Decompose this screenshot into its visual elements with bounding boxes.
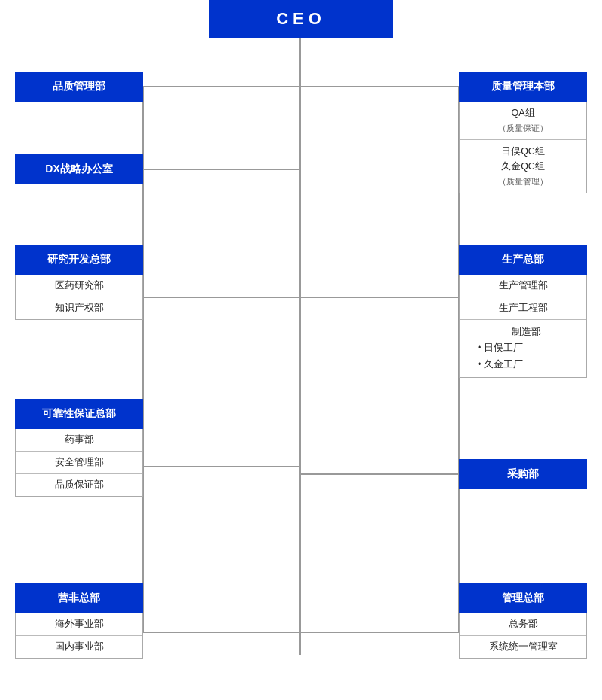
sub-item-pinzhibaoz: 品质保证部	[16, 474, 142, 496]
dept-zhiliang: 质量管理本部 QA组（质量保证） 日俣QC组久金QC组（质量管理）	[459, 72, 587, 193]
sub-item-haiwai: 海外事业部	[16, 613, 142, 636]
dept-caigou-header: 采购部	[459, 459, 587, 489]
dept-pinzhi-header: 品质管理部	[15, 72, 143, 102]
dept-pinzhi: 品质管理部	[15, 72, 143, 102]
sub-item-guonei: 国内事业部	[16, 636, 142, 658]
dept-guanli-subs: 总务部 系统统一管理室	[459, 613, 587, 659]
dept-caigou-label: 采购部	[507, 467, 539, 481]
dept-caigou: 采购部	[459, 459, 587, 489]
dept-yanjiu-subs: 医药研究部 知识产权部	[15, 275, 143, 320]
dept-shengchan-header: 生产总部	[459, 245, 587, 275]
dept-kekaoxing-subs: 药事部 安全管理部 品质保证部	[15, 429, 143, 497]
dept-yanjiu-label: 研究开发总部	[47, 253, 111, 266]
dept-zhiliang-header: 质量管理本部	[459, 72, 587, 102]
sub-item-xitong: 系统统一管理室	[460, 636, 586, 658]
sub-item-yiyao: 医药研究部	[16, 275, 142, 297]
dept-zhiliang-label: 质量管理本部	[491, 80, 555, 93]
sub-item-qc: 日俣QC组久金QC组（质量管理）	[460, 140, 586, 193]
sub-item-qa: QA组（质量保证）	[460, 102, 586, 140]
dept-dx-header: DX战略办公室	[15, 154, 143, 184]
dept-dx-label: DX战略办公室	[45, 163, 112, 176]
dept-yingfei: 营非总部 海外事业部 国内事业部	[15, 583, 143, 659]
dept-yanjiu-header: 研究开发总部	[15, 245, 143, 275]
dept-shengchan: 生产总部 生产管理部 生产工程部 制造部 • 日俣工厂 • 久金工厂	[459, 245, 587, 378]
dept-pinzhi-label: 品质管理部	[53, 80, 105, 93]
sub-item-zhishi: 知识产权部	[16, 297, 142, 319]
dept-kekaoxing-header: 可靠性保证总部	[15, 399, 143, 429]
dept-yingfei-label: 营非总部	[58, 592, 100, 605]
org-chart: CEO 品质管理部 DX战略办公室 研究开发总部 医药研究部 知识产权部 可靠性…	[0, 0, 602, 700]
dept-guanli: 管理总部 总务部 系统统一管理室	[459, 583, 587, 659]
dept-kekaoxing: 可靠性保证总部 药事部 安全管理部 品质保证部	[15, 399, 143, 497]
dept-shengchan-subs: 生产管理部 生产工程部 制造部 • 日俣工厂 • 久金工厂	[459, 275, 587, 378]
dept-guanli-header: 管理总部	[459, 583, 587, 613]
sub-item-zhizao: 制造部 • 日俣工厂 • 久金工厂	[460, 320, 586, 377]
sub-item-yaoshi: 药事部	[16, 429, 142, 452]
dept-yingfei-subs: 海外事业部 国内事业部	[15, 613, 143, 659]
dept-yingfei-header: 营非总部	[15, 583, 143, 613]
dept-guanli-label: 管理总部	[502, 592, 544, 605]
sub-item-shengchan-guanli: 生产管理部	[460, 275, 586, 297]
sub-item-anquan: 安全管理部	[16, 452, 142, 474]
dept-yanjiu: 研究开发总部 医药研究部 知识产权部	[15, 245, 143, 320]
sub-item-shengchan-gongcheng: 生产工程部	[460, 297, 586, 320]
dept-zhiliang-subs: QA组（质量保证） 日俣QC组久金QC组（质量管理）	[459, 102, 587, 193]
ceo-box: CEO	[209, 0, 393, 38]
dept-shengchan-label: 生产总部	[502, 253, 544, 266]
dept-dx: DX战略办公室	[15, 154, 143, 184]
dept-kekaoxing-label: 可靠性保证总部	[42, 407, 116, 421]
sub-item-zongwu: 总务部	[460, 613, 586, 636]
ceo-label: CEO	[276, 9, 326, 29]
